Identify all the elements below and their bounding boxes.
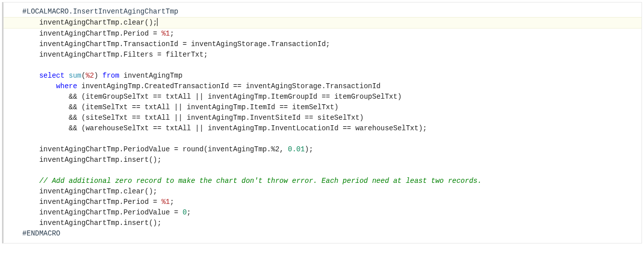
code-comment: // Add additional zero record to make th… xyxy=(39,177,481,185)
macro-directive: #ENDMACRO xyxy=(23,229,61,237)
code-line-blank xyxy=(4,60,641,71)
code-line: && (itemSelTxt == txtAll || inventAgingT… xyxy=(4,102,641,113)
code-line: where inventAgingTmp.CreatedTransactionI… xyxy=(4,81,641,92)
code-line: && (warehouseSelTxt == txtAll || inventA… xyxy=(4,123,641,134)
code-line: // Add additional zero record to make th… xyxy=(4,176,641,186)
code-line: inventAgingChartTmp.TransactionId = inve… xyxy=(4,39,641,50)
code-line: inventAgingChartTmp.Filters = filterTxt; xyxy=(4,50,641,60)
code-line-active: inventAgingChartTmp.clear(); xyxy=(4,17,641,29)
code-line-blank xyxy=(4,134,641,144)
code-line: inventAgingChartTmp.insert(); xyxy=(4,155,641,165)
code-line: #ENDMACRO xyxy=(4,228,641,239)
code-line: #LOCALMACRO.InsertInventAgingChartTmp xyxy=(4,7,641,17)
code-line: inventAgingChartTmp.PeriodValue = round(… xyxy=(4,144,641,155)
text-cursor xyxy=(157,18,157,26)
code-line: && (siteSelTxt == txtAll || inventAgingT… xyxy=(4,113,641,123)
code-line: && (itemGroupSelTxt == txtAll || inventA… xyxy=(4,92,641,102)
code-line-blank xyxy=(4,165,641,176)
code-line: inventAgingChartTmp.PeriodValue = 0; xyxy=(4,207,641,218)
code-editor[interactable]: #LOCALMACRO.InsertInventAgingChartTmp in… xyxy=(2,2,642,243)
code-line: inventAgingChartTmp.insert(); xyxy=(4,218,641,228)
code-line: inventAgingChartTmp.Period = %1; xyxy=(4,29,641,39)
code-line: inventAgingChartTmp.clear(); xyxy=(4,186,641,197)
code-line: inventAgingChartTmp.Period = %1; xyxy=(4,197,641,207)
macro-directive: #LOCALMACRO.InsertInventAgingChartTmp xyxy=(23,8,179,16)
code-line: select sum(%2) from inventAgingTmp xyxy=(4,71,641,81)
